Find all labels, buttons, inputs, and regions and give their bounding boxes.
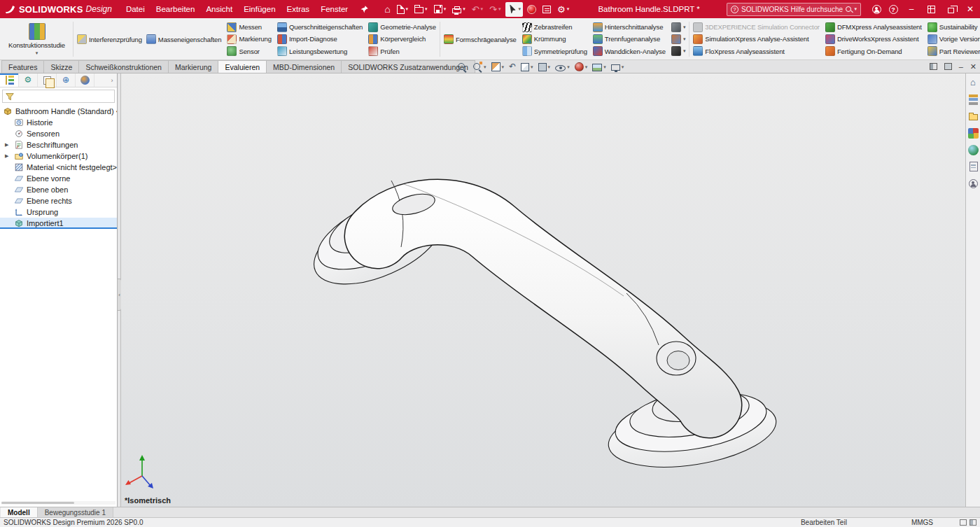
tile-windows-button[interactable] xyxy=(921,0,941,18)
graphics-viewport[interactable]: *Isometrisch xyxy=(121,73,965,507)
tab-bewegungsstudie[interactable]: Bewegungsstudie 1 xyxy=(38,507,113,517)
bathroom-handle-model[interactable] xyxy=(121,73,965,507)
user-account-button[interactable] xyxy=(868,0,885,18)
taskpane-appearances-button[interactable] xyxy=(967,144,979,155)
comparison-tools-button[interactable]: ▾ xyxy=(670,33,687,45)
tree-item-material[interactable]: Material <nicht festgelegt> xyxy=(0,162,117,173)
menu-datei[interactable]: Datei xyxy=(120,0,150,18)
check-button[interactable]: Prüfen xyxy=(367,45,438,57)
geometry-analysis-button[interactable]: Geometrie-Analyse xyxy=(367,21,438,33)
menu-fenster[interactable]: Fenster xyxy=(315,0,354,18)
new-window-button[interactable] xyxy=(944,63,952,70)
quick-tips-icon[interactable] xyxy=(960,519,967,526)
interference-detection-button[interactable]: Interferenzprüfung xyxy=(76,33,144,45)
statusbar-unit-system[interactable]: MMGS xyxy=(911,519,933,526)
document-structure-button[interactable] xyxy=(540,2,553,17)
dfmxpress-button[interactable]: DFMXpress Analyseassistent xyxy=(824,21,923,33)
view-settings-button[interactable]: ▾ xyxy=(611,64,624,71)
inspection-tools-button[interactable]: ▾ xyxy=(670,21,687,33)
tree-item-historie[interactable]: Historie xyxy=(0,117,117,128)
menu-extras[interactable]: Extras xyxy=(281,0,316,18)
apply-scene-button[interactable]: ▾ xyxy=(592,62,606,71)
design-study-button[interactable]: Konstruktionsstudie ▾ xyxy=(3,22,71,57)
save-button[interactable]: ▾ xyxy=(432,2,449,17)
tab-schweisskonstruktionen[interactable]: Schweißkonstruktionen xyxy=(78,60,169,73)
edit-appearance-button[interactable]: ▾ xyxy=(575,62,588,71)
taskpane-custom-properties-button[interactable] xyxy=(967,161,979,172)
tree-item-volumenkoerper[interactable]: ▶ Volumenkörper(1) xyxy=(0,150,117,162)
help-search-box[interactable]: ? ▾ xyxy=(727,3,861,16)
mass-properties-button[interactable]: Masseneigenschaften xyxy=(145,33,223,45)
sensor-button[interactable]: Sensor xyxy=(225,45,273,57)
taskpane-view-palette-button[interactable] xyxy=(967,127,979,139)
tab-markierung[interactable]: Markierung xyxy=(168,60,219,73)
tab-modell[interactable]: Modell xyxy=(1,507,38,517)
thickness-analysis-button[interactable]: Wanddicken-Analyse xyxy=(592,45,667,57)
open-button[interactable]: ▾ xyxy=(412,2,430,17)
expand-arrow-icon[interactable]: ▶ xyxy=(5,142,8,148)
close-button[interactable]: ✕ xyxy=(960,0,980,18)
tree-filter-input[interactable] xyxy=(17,92,112,100)
performance-evaluation-button[interactable]: Leistungsbewertung xyxy=(276,45,364,57)
display-style-button[interactable]: ▾ xyxy=(538,62,551,71)
import-diagnostics-button[interactable]: Import-Diagnose xyxy=(276,33,364,45)
manufacturing-on-demand-button[interactable]: Fertigung On-Demand xyxy=(824,45,923,57)
tree-item-ebene-vorne[interactable]: Ebene vorne xyxy=(0,173,117,184)
sustainability-button[interactable]: Sustainability xyxy=(926,21,980,33)
panel-tabs-overflow-button[interactable]: › xyxy=(107,73,117,87)
view-orientation-button[interactable]: ▾ xyxy=(521,62,533,71)
taskpane-file-explorer-button[interactable] xyxy=(967,111,979,122)
tree-item-ursprung[interactable]: Ursprung xyxy=(0,206,117,218)
new-document-button[interactable]: ▾ xyxy=(395,2,411,17)
tab-zusatzanwendungen[interactable]: SOLIDWORKS Zusatzanwendungen xyxy=(341,60,475,73)
tree-item-sensoren[interactable]: Sensoren xyxy=(0,128,117,139)
task-pane-toggle-icon[interactable] xyxy=(969,519,976,526)
simulationxpress-button[interactable]: SimulationXpress Analyse-Assistent xyxy=(692,33,821,45)
section-properties-button[interactable]: Querschnitteigenschaften xyxy=(276,21,364,33)
driveworksxpress-button[interactable]: DriveWorksXpress Assistent xyxy=(824,33,923,45)
print-button[interactable]: ▾ xyxy=(450,2,468,17)
hide-show-items-button[interactable]: ▾ xyxy=(555,63,570,71)
symmetry-check-button[interactable]: Symmetrieprüfung xyxy=(521,45,589,57)
tree-filter[interactable] xyxy=(2,90,115,103)
options-button[interactable]: ⚙▾ xyxy=(555,2,571,17)
minimize-button[interactable]: – xyxy=(902,0,921,18)
floxpress-button[interactable]: FloXpress Analyseassistent xyxy=(692,45,821,57)
propertymanager-tab[interactable]: ⚙ xyxy=(19,73,38,87)
tree-item-root[interactable]: Bathroom Handle (Standard) <<Stand xyxy=(0,106,117,117)
menu-ansicht[interactable]: Ansicht xyxy=(200,0,238,18)
tree-item-beschriftungen[interactable]: ▶ Beschriftungen xyxy=(0,139,117,150)
taskpane-home-button[interactable]: ⌂ xyxy=(967,77,979,88)
zebra-stripes-button[interactable]: Zebrastreifen xyxy=(521,21,589,33)
curvature-button[interactable]: Krümmung xyxy=(521,33,589,45)
tab-skizze[interactable]: Skizze xyxy=(43,60,79,73)
markup-button[interactable]: Markierung xyxy=(225,33,273,45)
home-button[interactable]: ⌂ xyxy=(382,2,392,17)
minimize-document-button[interactable]: – xyxy=(959,61,963,72)
pin-menubar-button[interactable] xyxy=(360,5,369,14)
help-button[interactable]: ? xyxy=(885,0,902,18)
tree-item-ebene-oben[interactable]: Ebene oben xyxy=(0,184,117,195)
dimxpertmanager-tab[interactable]: ⊕ xyxy=(57,73,76,87)
diagnostics-tools-button[interactable]: ▾ xyxy=(670,45,687,57)
previous-view-button[interactable]: ↶ xyxy=(509,62,516,72)
restore-button[interactable] xyxy=(941,0,960,18)
expand-arrow-icon[interactable]: ▶ xyxy=(5,153,8,159)
zoom-to-fit-button[interactable] xyxy=(456,62,467,72)
compare-bodies-button[interactable]: Körpervergleich xyxy=(367,33,438,45)
tab-mbd-dimensionen[interactable]: MBD-Dimensionen xyxy=(266,60,342,73)
float-pane-button[interactable] xyxy=(930,63,937,70)
check-previous-version-button[interactable]: Vorige Version prüfen xyxy=(926,33,980,45)
menu-bearbeiten[interactable]: Bearbeiten xyxy=(150,0,201,18)
draft-analysis-button[interactable]: Formschrägeanalyse xyxy=(442,33,518,45)
displaymanager-tab[interactable] xyxy=(76,73,94,87)
parting-line-analysis-button[interactable]: Trennfugenanalyse xyxy=(592,33,667,45)
tree-item-ebene-rechts[interactable]: Ebene rechts xyxy=(0,195,117,206)
handle-tube[interactable] xyxy=(377,212,709,405)
measure-button[interactable]: Messen xyxy=(225,21,273,33)
menu-einfuegen[interactable]: Einfügen xyxy=(238,0,281,18)
redo-button[interactable]: ↷▾ xyxy=(487,2,503,17)
tree-item-importiert1[interactable]: Importiert1 xyxy=(0,218,117,229)
select-button[interactable]: ▾ xyxy=(505,2,524,17)
section-view-button[interactable]: ▾ xyxy=(491,62,505,71)
